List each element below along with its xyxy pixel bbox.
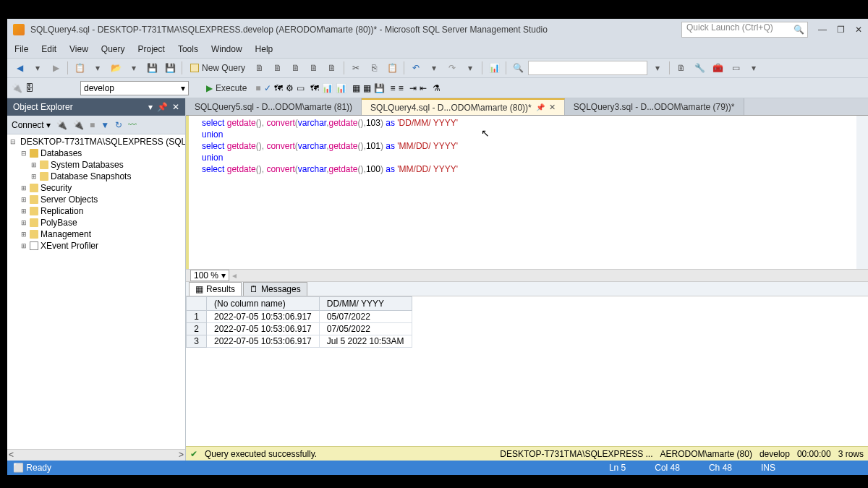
estimated-plan-icon[interactable]: 🗺 (274, 83, 283, 93)
comment-icon[interactable]: ≡ (391, 83, 396, 93)
find-icon[interactable]: 🔍 (510, 60, 526, 76)
copy-icon[interactable]: ⎘ (366, 60, 382, 76)
undo-icon[interactable]: ↶ (408, 60, 424, 76)
security-node[interactable]: ⊞Security (7, 182, 185, 194)
filter-icon[interactable]: ▼ (101, 120, 109, 130)
uncomment-icon[interactable]: ≡ (399, 83, 404, 93)
table-row[interactable]: 22022-07-05 10:53:06.91707/05/2022 (187, 322, 412, 335)
stop-icon[interactable]: ■ (90, 120, 95, 130)
paste-icon[interactable]: 📋 (384, 60, 400, 76)
menu-help[interactable]: Help (255, 44, 273, 54)
live-stats-icon[interactable]: 📊 (322, 83, 333, 93)
restore-button[interactable]: ❐ (837, 25, 845, 35)
close-icon[interactable]: ✕ (172, 102, 179, 112)
close-button[interactable]: ✕ (855, 25, 862, 35)
quick-launch-input[interactable]: Quick Launch (Ctrl+Q) 🔍 (681, 22, 808, 38)
polybase-node[interactable]: ⊞PolyBase (7, 217, 185, 228)
include-plan-icon[interactable]: 🗺 (310, 83, 319, 93)
results-grid-icon[interactable]: ▦ (363, 83, 371, 93)
messages-tab[interactable]: 🗒Messages (243, 282, 307, 296)
pin-icon[interactable]: 📌 (536, 103, 545, 111)
menu-project[interactable]: Project (138, 44, 165, 54)
server-node[interactable]: ⊟DESKTOP-T731TMA\SQLEXPRESS (SQL Se (7, 136, 185, 147)
save-icon[interactable]: 💾 (144, 60, 160, 76)
menu-window[interactable]: Window (211, 44, 242, 54)
dropdown-icon[interactable]: ▾ (650, 60, 665, 76)
dropdown-icon[interactable]: ▾ (90, 60, 106, 76)
management-node[interactable]: ⊞Management (7, 228, 185, 240)
parse-icon[interactable]: ✓ (264, 83, 271, 93)
specify-values-icon[interactable]: ⚗ (433, 83, 441, 93)
disconnect-icon[interactable]: 🔌 (73, 120, 84, 130)
dropdown-icon[interactable]: ▾ (746, 60, 762, 76)
window-icon[interactable]: ▭ (728, 60, 744, 76)
close-icon[interactable]: ✕ (549, 103, 556, 112)
dropdown-icon[interactable]: ▾ (30, 60, 46, 76)
refresh-icon[interactable]: ↻ (115, 120, 122, 130)
tab-query3[interactable]: SQLQuery3.sql - D...ODOM\amarte (79))* (565, 98, 744, 115)
cut-icon[interactable]: ✂ (348, 60, 364, 76)
client-stats-icon[interactable]: 📊 (336, 83, 346, 93)
minimize-button[interactable]: — (818, 25, 827, 35)
vertical-scrollbar[interactable] (856, 116, 868, 269)
titlebar[interactable]: SQLQuery4.sql - DESKTOP-T731TMA\SQLEXPRE… (7, 19, 868, 40)
query-options-icon[interactable]: ⚙ (286, 83, 294, 93)
connect-icon[interactable]: 🔌 (56, 120, 67, 130)
tab-query5[interactable]: SQLQuery5.sql - D...ODOM\amarte (81)) (186, 98, 362, 115)
table-row[interactable]: 12022-07-05 10:53:06.91705/07/2022 (187, 310, 412, 322)
menu-file[interactable]: File (14, 44, 28, 54)
available-db-icon[interactable]: 🗄 (25, 83, 34, 93)
change-connection-icon[interactable]: 🔌 (12, 83, 22, 93)
server-objects-node[interactable]: ⊞Server Objects (7, 194, 185, 205)
object-explorer-tree[interactable]: ⊟DESKTOP-T731TMA\SQLEXPRESS (SQL Se ⊟Dat… (7, 134, 185, 449)
xml-icon[interactable]: 🗎 (673, 60, 689, 76)
system-databases-node[interactable]: ⊞System Databases (7, 159, 185, 171)
menu-view[interactable]: View (69, 44, 88, 54)
zoom-combo[interactable]: 100 %▾ (190, 270, 229, 281)
toolbox-icon[interactable]: 🧰 (710, 60, 726, 76)
nav-forward-icon[interactable]: ▶ (48, 60, 64, 76)
stop-icon[interactable]: ■ (255, 83, 260, 93)
tab-query4[interactable]: SQLQuery4.sql - D...ODOM\amarte (80))*📌✕ (362, 98, 565, 115)
column-header[interactable]: (No column name) (207, 296, 320, 310)
redo-icon[interactable]: ↷ (444, 60, 460, 76)
db-engine-query-icon[interactable]: 🗎 (252, 60, 268, 76)
sql-editor[interactable]: select getdate(), convert(varchar,getdat… (186, 116, 868, 269)
properties-icon[interactable]: 🔧 (692, 60, 707, 76)
database-snapshots-node[interactable]: ⊞Database Snapshots (7, 171, 185, 182)
menu-query[interactable]: Query (101, 44, 125, 54)
xevent-profiler-node[interactable]: ⊞XEvent Profiler (7, 240, 185, 252)
pulse-icon[interactable]: 〰 (128, 120, 137, 130)
intellisense-icon[interactable]: ▭ (297, 83, 305, 93)
databases-node[interactable]: ⊟Databases (7, 147, 185, 159)
table-row[interactable]: 32022-07-05 10:53:06.917Jul 5 2022 10:53… (187, 335, 412, 347)
open-icon[interactable]: 📂 (108, 60, 124, 76)
find-input[interactable] (528, 61, 647, 75)
horizontal-scrollbar[interactable]: <> (7, 449, 185, 461)
mdx-query-icon[interactable]: 🗎 (270, 60, 286, 76)
dropdown-icon[interactable]: ▾ (426, 60, 442, 76)
menu-edit[interactable]: Edit (41, 44, 56, 54)
pin-icon[interactable]: 📌 (157, 102, 168, 112)
execute-button[interactable]: ▶Execute (200, 83, 252, 93)
column-header[interactable]: DD/MM/ YYYY (319, 296, 412, 310)
outdent-icon[interactable]: ⇤ (420, 83, 427, 93)
activity-icon[interactable]: 📊 (486, 60, 502, 76)
save-all-icon[interactable]: 💾 (162, 60, 178, 76)
dropdown-icon[interactable]: ▾ (462, 60, 478, 76)
replication-node[interactable]: ⊞Replication (7, 205, 185, 217)
results-text-icon[interactable]: ▦ (352, 83, 360, 93)
search-icon[interactable]: 🔍 (793, 25, 804, 35)
results-grid[interactable]: (No column name) DD/MM/ YYYY 12022-07-05… (186, 296, 868, 447)
results-tab[interactable]: ▦Results (189, 282, 242, 296)
object-explorer-header[interactable]: Object Explorer ▾ 📌 ✕ (7, 98, 185, 116)
dmx-query-icon[interactable]: 🗎 (288, 60, 304, 76)
new-query-button[interactable]: New Query (186, 63, 250, 73)
xmla-query-icon[interactable]: 🗎 (306, 60, 322, 76)
dropdown-icon[interactable]: ▾ (148, 102, 153, 112)
new-project-icon[interactable]: 📋 (72, 60, 88, 76)
results-file-icon[interactable]: 💾 (374, 83, 385, 93)
database-combo[interactable]: develop▾ (80, 81, 189, 95)
indent-icon[interactable]: ⇥ (409, 83, 417, 93)
connect-button[interactable]: Connect ▾ (12, 120, 51, 130)
